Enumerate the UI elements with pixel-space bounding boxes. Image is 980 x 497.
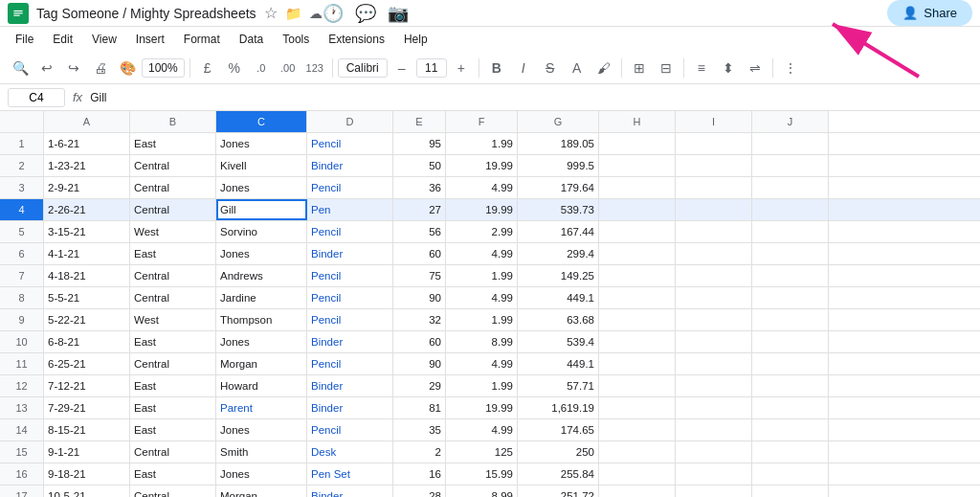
cell[interactable]: Jones xyxy=(216,133,307,154)
cell[interactable]: Morgan xyxy=(216,353,307,374)
cell[interactable]: West xyxy=(130,221,216,242)
format-123-button[interactable]: 123 xyxy=(302,56,327,80)
cell[interactable]: 2-9-21 xyxy=(44,177,130,198)
cell[interactable]: Central xyxy=(130,486,216,497)
menu-edit[interactable]: Edit xyxy=(45,31,80,48)
cell[interactable]: 8-15-21 xyxy=(44,419,130,441)
cell[interactable]: 10-5-21 xyxy=(44,486,130,497)
valign-button[interactable]: ⬍ xyxy=(716,56,741,80)
cell[interactable]: Pencil xyxy=(307,309,393,330)
cell[interactable]: East xyxy=(130,331,216,352)
cell[interactable]: 9-1-21 xyxy=(44,441,130,463)
cell[interactable]: 36 xyxy=(393,177,446,198)
row-header[interactable]: 3 xyxy=(0,177,44,198)
table-row[interactable]: 1710-5-21CentralMorganBinder288.99251.72 xyxy=(0,486,980,497)
cell[interactable]: Pencil xyxy=(307,265,393,286)
col-header-E[interactable]: E xyxy=(393,111,446,132)
cell[interactable]: Pencil xyxy=(307,177,393,198)
cell[interactable]: 50 xyxy=(393,155,446,176)
cell[interactable]: 149.25 xyxy=(518,265,599,286)
cell[interactable]: 81 xyxy=(393,397,446,418)
cell[interactable]: Pencil xyxy=(307,353,393,374)
font-size-inc-button[interactable]: + xyxy=(449,56,474,80)
cell[interactable]: 29 xyxy=(393,375,446,396)
cell[interactable]: Pencil xyxy=(307,419,393,441)
formula-content[interactable]: Gill xyxy=(90,91,972,104)
cell[interactable]: 57.71 xyxy=(518,375,599,396)
cell[interactable]: 19.99 xyxy=(446,155,518,176)
cell[interactable]: Jones xyxy=(216,177,307,198)
cell[interactable] xyxy=(752,265,829,286)
cell[interactable]: 7-12-21 xyxy=(44,375,130,396)
cell[interactable]: Pencil xyxy=(307,287,393,308)
undo-button[interactable]: ↩ xyxy=(34,56,59,80)
cell[interactable] xyxy=(676,287,752,308)
row-header[interactable]: 15 xyxy=(0,441,44,463)
cell[interactable]: East xyxy=(130,375,216,396)
row-header[interactable]: 10 xyxy=(0,331,44,352)
row-header[interactable]: 16 xyxy=(0,463,44,485)
cell[interactable]: Howard xyxy=(216,375,307,396)
col-header-A[interactable]: A xyxy=(44,111,130,132)
more-button[interactable]: ⋮ xyxy=(778,56,803,80)
cell[interactable]: Jones xyxy=(216,463,307,485)
merge-button[interactable]: ⊟ xyxy=(654,56,679,80)
table-row[interactable]: 64-1-21EastJonesBinder604.99299.4 xyxy=(0,243,980,265)
cell[interactable]: 6-25-21 xyxy=(44,353,130,374)
cell[interactable]: 15.99 xyxy=(446,463,518,485)
row-header[interactable]: 12 xyxy=(0,375,44,396)
percent-button[interactable]: % xyxy=(222,56,247,80)
cell[interactable]: Jones xyxy=(216,243,307,264)
cell[interactable]: 16 xyxy=(393,463,446,485)
cell[interactable]: 95 xyxy=(393,133,446,154)
cell[interactable] xyxy=(752,199,829,220)
cell[interactable]: Pencil xyxy=(307,133,393,154)
col-header-C[interactable]: C xyxy=(216,111,307,132)
cell[interactable] xyxy=(599,309,676,330)
cell[interactable] xyxy=(676,243,752,264)
table-row[interactable]: 106-8-21EastJonesBinder608.99539.4 xyxy=(0,331,980,353)
cell[interactable]: Central xyxy=(130,199,216,220)
menu-format[interactable]: Format xyxy=(176,31,228,48)
cell[interactable] xyxy=(676,199,752,220)
cell[interactable] xyxy=(752,309,829,330)
table-row[interactable]: 11-6-21EastJonesPencil951.99189.05 xyxy=(0,133,980,155)
cell[interactable]: Pen Set xyxy=(307,463,393,485)
currency-button[interactable]: £ xyxy=(195,56,220,80)
table-row[interactable]: 42-26-21CentralGillPen2719.99539.73 xyxy=(0,199,980,221)
cell[interactable]: 4.99 xyxy=(446,419,518,441)
cell[interactable]: 251.72 xyxy=(518,486,599,497)
cell[interactable]: 4.99 xyxy=(446,177,518,198)
cell[interactable]: 999.5 xyxy=(518,155,599,176)
cell[interactable]: Parent xyxy=(216,397,307,418)
cell[interactable]: 125 xyxy=(446,441,518,463)
cell[interactable]: Andrews xyxy=(216,265,307,286)
cell[interactable]: Pencil xyxy=(307,221,393,242)
cell[interactable] xyxy=(752,419,829,441)
cell[interactable] xyxy=(752,353,829,374)
cell[interactable]: Jones xyxy=(216,419,307,441)
cell[interactable]: 250 xyxy=(518,441,599,463)
cell[interactable] xyxy=(752,177,829,198)
video-icon[interactable]: 📷 xyxy=(388,3,409,24)
cell[interactable] xyxy=(599,331,676,352)
cell[interactable] xyxy=(752,155,829,176)
cell[interactable]: 4-18-21 xyxy=(44,265,130,286)
cell[interactable]: 2 xyxy=(393,441,446,463)
cell[interactable] xyxy=(599,441,676,463)
cell[interactable] xyxy=(599,463,676,485)
cell[interactable]: East xyxy=(130,243,216,264)
italic-button[interactable]: I xyxy=(511,56,536,80)
cell[interactable]: 1-23-21 xyxy=(44,155,130,176)
cell[interactable]: 299.4 xyxy=(518,243,599,264)
cell[interactable] xyxy=(599,486,676,497)
cell[interactable]: 60 xyxy=(393,243,446,264)
cell[interactable]: 9-18-21 xyxy=(44,463,130,485)
cell[interactable] xyxy=(676,331,752,352)
row-header[interactable]: 1 xyxy=(0,133,44,154)
row-header[interactable]: 6 xyxy=(0,243,44,264)
cell[interactable] xyxy=(676,397,752,418)
cell[interactable]: 1.99 xyxy=(446,309,518,330)
cell[interactable] xyxy=(599,155,676,176)
cell[interactable]: East xyxy=(130,419,216,441)
